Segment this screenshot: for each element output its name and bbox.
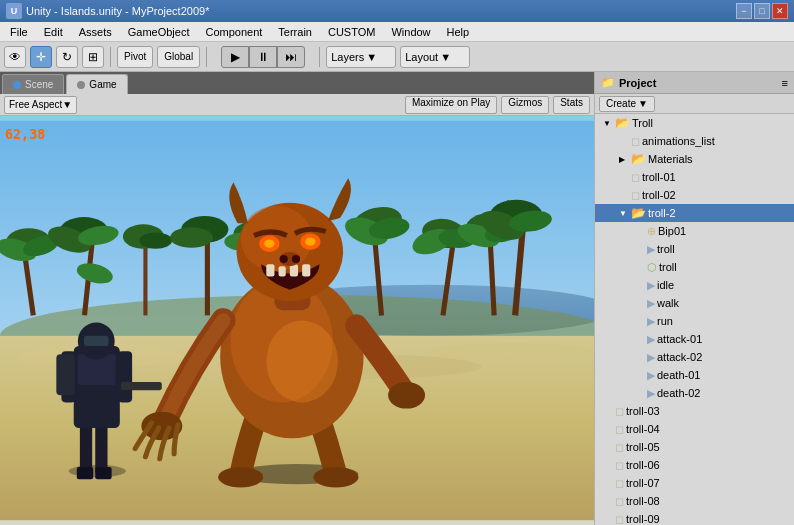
gizmos-button[interactable]: Gizmos bbox=[501, 96, 549, 114]
svg-rect-69 bbox=[266, 264, 274, 276]
play-controls: ▶ ⏸ ⏭ bbox=[221, 46, 305, 68]
rotate-tool-button[interactable]: ↻ bbox=[56, 46, 78, 68]
tree-item-attack-01[interactable]: ▶attack-01 bbox=[595, 330, 794, 348]
layers-dropdown[interactable]: Layers ▼ bbox=[326, 46, 396, 68]
close-button[interactable]: ✕ bbox=[772, 3, 788, 19]
project-title: Project bbox=[619, 77, 656, 89]
create-button[interactable]: Create ▼ bbox=[599, 96, 655, 112]
gizmos-label: Gizmos bbox=[508, 97, 542, 108]
title-bar: U Unity - Islands.unity - MyProject2009*… bbox=[0, 0, 794, 22]
game-toolbar-right: Maximize on Play Gizmos Stats bbox=[405, 96, 590, 114]
tree-item-death-02[interactable]: ▶death-02 bbox=[595, 384, 794, 402]
tree-item-troll-08[interactable]: ◻troll-08 bbox=[595, 492, 794, 510]
tree-item-troll-01[interactable]: ◻troll-01 bbox=[595, 168, 794, 186]
menu-gameobject[interactable]: GameObject bbox=[120, 22, 198, 41]
menu-terrain[interactable]: Terrain bbox=[270, 22, 320, 41]
panel-menu-icon: ≡ bbox=[782, 77, 788, 89]
scale-tool-button[interactable]: ⊞ bbox=[82, 46, 104, 68]
global-button[interactable]: Global bbox=[157, 46, 200, 68]
svg-point-59 bbox=[266, 321, 338, 403]
svg-point-56 bbox=[313, 467, 358, 487]
tree-item-death-01[interactable]: ▶death-01 bbox=[595, 366, 794, 384]
menu-window[interactable]: Window bbox=[383, 22, 438, 41]
tree-item-troll-2-folder[interactable]: ▼📂troll-2 bbox=[595, 204, 794, 222]
menu-custom[interactable]: CUSTOM bbox=[320, 22, 383, 41]
tree-item-walk[interactable]: ▶walk bbox=[595, 294, 794, 312]
aspect-ratio-select[interactable]: Free Aspect ▼ bbox=[4, 96, 77, 114]
svg-rect-27 bbox=[143, 239, 147, 316]
svg-point-68 bbox=[305, 238, 315, 246]
pivot-button[interactable]: Pivot bbox=[117, 46, 153, 68]
panel-menu-button[interactable]: ≡ bbox=[782, 77, 788, 89]
svg-rect-49 bbox=[84, 336, 109, 346]
svg-point-33 bbox=[170, 227, 213, 247]
project-panel-header: 📁 Project ≡ bbox=[595, 72, 794, 94]
play-button[interactable]: ▶ bbox=[221, 46, 249, 68]
tree-item-idle[interactable]: ▶idle bbox=[595, 276, 794, 294]
free-aspect-label: Free Aspect bbox=[9, 99, 62, 110]
scene-tab-dot bbox=[13, 81, 21, 89]
svg-rect-70 bbox=[279, 266, 286, 276]
tree-item-troll-folder[interactable]: ▼📂Troll bbox=[595, 114, 794, 132]
menu-help[interactable]: Help bbox=[439, 22, 478, 41]
tree-item-troll-03[interactable]: ◻troll-03 bbox=[595, 402, 794, 420]
game-tab[interactable]: Game bbox=[66, 74, 127, 94]
scene-tab-label: Scene bbox=[25, 79, 53, 90]
separator-3 bbox=[319, 47, 320, 67]
game-view: 62,38 bbox=[0, 116, 594, 525]
game-tab-label: Game bbox=[89, 79, 116, 90]
tree-item-troll-09[interactable]: ◻troll-09 bbox=[595, 510, 794, 525]
minimize-button[interactable]: − bbox=[736, 3, 752, 19]
menu-component[interactable]: Component bbox=[197, 22, 270, 41]
stats-label: Stats bbox=[560, 97, 583, 108]
project-toolbar: Create ▼ bbox=[595, 94, 794, 114]
tree-item-troll-07[interactable]: ◻troll-07 bbox=[595, 474, 794, 492]
layout-dropdown[interactable]: Layout ▼ bbox=[400, 46, 470, 68]
svg-rect-50 bbox=[121, 382, 162, 390]
layout-label: Layout bbox=[405, 51, 438, 63]
svg-point-75 bbox=[292, 255, 300, 263]
svg-rect-52 bbox=[95, 467, 111, 479]
svg-point-61 bbox=[388, 382, 425, 409]
tree-item-attack-02[interactable]: ▶attack-02 bbox=[595, 348, 794, 366]
project-icon: 📁 bbox=[601, 76, 615, 89]
tree-item-troll-06[interactable]: ◻troll-06 bbox=[595, 456, 794, 474]
separator-1 bbox=[110, 47, 111, 67]
tree-item-troll-02[interactable]: ◻troll-02 bbox=[595, 186, 794, 204]
svg-point-30 bbox=[139, 232, 172, 248]
game-toolbar: Free Aspect ▼ Maximize on Play Gizmos St… bbox=[0, 94, 594, 116]
maximize-on-play-button[interactable]: Maximize on Play bbox=[405, 96, 497, 114]
right-panel: 📁 Project ≡ Create ▼ ▼📂Troll◻animations_… bbox=[594, 72, 794, 525]
svg-point-74 bbox=[280, 255, 288, 263]
tree-item-troll-anim2[interactable]: ⬡troll bbox=[595, 258, 794, 276]
pause-button[interactable]: ⏸ bbox=[249, 46, 277, 68]
step-button[interactable]: ⏭ bbox=[277, 46, 305, 68]
game-tab-dot bbox=[77, 81, 85, 89]
tree-item-run[interactable]: ▶run bbox=[595, 312, 794, 330]
tree-item-bip01[interactable]: ⊕Bip01 bbox=[595, 222, 794, 240]
menu-assets[interactable]: Assets bbox=[71, 22, 120, 41]
scene-svg: 62,38 bbox=[0, 116, 594, 525]
svg-point-55 bbox=[218, 467, 263, 487]
tree-item-troll-05[interactable]: ◻troll-05 bbox=[595, 438, 794, 456]
aspect-arrow: ▼ bbox=[62, 99, 72, 110]
tree-item-animations-list[interactable]: ◻animations_list bbox=[595, 132, 794, 150]
svg-rect-47 bbox=[118, 351, 132, 402]
tree-item-troll-anim1[interactable]: ▶troll bbox=[595, 240, 794, 258]
move-tool-button[interactable]: ✛ bbox=[30, 46, 52, 68]
scene-tab[interactable]: Scene bbox=[2, 74, 64, 94]
view-tab-bar: Scene Game bbox=[0, 72, 594, 94]
hand-tool-button[interactable]: 👁 bbox=[4, 46, 26, 68]
menu-edit[interactable]: Edit bbox=[36, 22, 71, 41]
tree-item-materials-folder[interactable]: ▶📂Materials bbox=[595, 150, 794, 168]
main-toolbar: 👁 ✛ ↻ ⊞ Pivot Global ▶ ⏸ ⏭ Layers ▼ Layo… bbox=[0, 42, 794, 72]
project-tree[interactable]: ▼📂Troll◻animations_list▶📂Materials◻troll… bbox=[595, 114, 794, 525]
game-toolbar-left: Free Aspect ▼ bbox=[4, 96, 77, 114]
menu-file[interactable]: File bbox=[2, 22, 36, 41]
tree-item-troll-04[interactable]: ◻troll-04 bbox=[595, 420, 794, 438]
maximize-label: Maximize on Play bbox=[412, 97, 490, 108]
create-label: Create bbox=[606, 98, 636, 109]
stats-button[interactable]: Stats bbox=[553, 96, 590, 114]
maximize-button[interactable]: □ bbox=[754, 3, 770, 19]
window-controls: − □ ✕ bbox=[736, 3, 788, 19]
